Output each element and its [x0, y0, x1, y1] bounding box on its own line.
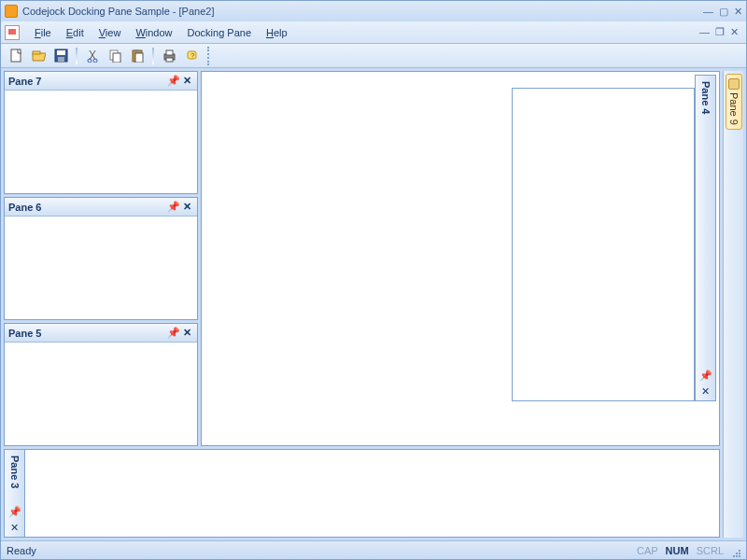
close-icon[interactable]: ✕: [180, 201, 193, 214]
toolbar-separator: [76, 48, 78, 64]
bottom-dock-row: Pane 3 📌 ✕: [4, 449, 720, 538]
svg-rect-11: [134, 49, 139, 52]
svg-rect-13: [166, 50, 173, 55]
close-icon[interactable]: ✕: [180, 327, 193, 340]
paste-button[interactable]: [128, 47, 147, 65]
pin-icon[interactable]: 📌: [8, 505, 21, 518]
mdi-close-button[interactable]: ✕: [730, 26, 739, 38]
toolbar-separator: [152, 48, 154, 64]
autohide-tab-label: Pane 9: [728, 92, 740, 125]
pin-icon[interactable]: 📌: [167, 201, 180, 214]
close-icon[interactable]: ✕: [699, 385, 712, 398]
menu-edit[interactable]: Edit: [59, 24, 92, 41]
left-dock-column: Pane 7 📌 ✕ Pane 6 📌 ✕ Pa: [4, 71, 198, 446]
close-icon[interactable]: ✕: [180, 75, 193, 88]
menu-window[interactable]: Window: [128, 24, 179, 41]
copy-button[interactable]: [106, 47, 124, 65]
open-button[interactable]: [29, 47, 48, 65]
app-icon: [5, 5, 18, 18]
close-icon[interactable]: ✕: [8, 521, 21, 534]
pane-5-body: [5, 343, 197, 445]
pin-icon[interactable]: 📌: [699, 369, 712, 382]
pane-7: Pane 7 📌 ✕: [4, 71, 198, 194]
menu-file[interactable]: File: [27, 24, 59, 41]
pane-4-header: Pane 4 📌 ✕: [695, 75, 716, 401]
svg-rect-10: [135, 53, 143, 63]
window-title: Codejock Docking Pane Sample - [Pane2]: [22, 6, 703, 17]
pane-5: Pane 5 📌 ✕: [4, 323, 198, 446]
maximize-button[interactable]: ▢: [719, 6, 728, 18]
scroll-indicator: SCRL: [693, 545, 727, 556]
mdi-restore-button[interactable]: ❐: [715, 26, 725, 38]
pane-6-title: Pane 6: [8, 202, 167, 213]
autohide-tab-pane-9[interactable]: Pane 9: [726, 74, 742, 130]
svg-rect-0: [11, 49, 21, 62]
pane-7-body: [5, 91, 197, 193]
caps-indicator: CAP: [633, 545, 662, 556]
pin-icon[interactable]: 📌: [167, 75, 180, 88]
menu-help[interactable]: Help: [259, 24, 295, 41]
new-button[interactable]: [7, 47, 25, 65]
menu-bar: File Edit View Window Docking Pane Help …: [1, 21, 746, 44]
pane-icon: [728, 78, 740, 90]
svg-rect-3: [57, 50, 65, 55]
title-bar: Codejock Docking Pane Sample - [Pane2] —…: [1, 1, 746, 21]
pane-7-title: Pane 7: [8, 76, 167, 87]
num-indicator: NUM: [662, 545, 693, 556]
document-icon[interactable]: [5, 25, 20, 40]
svg-rect-14: [166, 58, 173, 62]
save-button[interactable]: [51, 47, 70, 65]
svg-rect-8: [113, 53, 120, 63]
center-column: Pane 4 📌 ✕: [201, 71, 720, 446]
about-button[interactable]: ?: [182, 47, 201, 65]
workspace: Pane 7 📌 ✕ Pane 6 📌 ✕ Pa: [1, 68, 746, 540]
pane-6-body: [5, 217, 197, 319]
print-button[interactable]: [160, 47, 178, 65]
pin-icon[interactable]: 📌: [167, 327, 180, 340]
status-bar: Ready CAP NUM SCRL: [1, 540, 746, 559]
pane-3-body: [25, 449, 720, 538]
close-button[interactable]: ✕: [734, 6, 742, 18]
mdi-minimize-button[interactable]: —: [699, 26, 710, 38]
toolbar: ?: [1, 44, 746, 68]
right-autohide-strip: Pane 9: [723, 71, 743, 538]
pane-4-body: [512, 88, 695, 401]
status-text: Ready: [7, 545, 633, 556]
pane-5-title: Pane 5: [8, 328, 167, 339]
svg-text:?: ?: [190, 51, 195, 60]
minimize-button[interactable]: —: [703, 6, 713, 18]
toolbar-dropdown-icon[interactable]: [207, 47, 213, 65]
svg-rect-4: [58, 57, 64, 62]
svg-rect-1: [33, 51, 40, 54]
menu-view[interactable]: View: [92, 24, 129, 41]
pane-4-title: Pane 4: [698, 76, 714, 369]
pane-3-header: Pane 3 📌 ✕: [4, 449, 25, 538]
menu-docking-pane[interactable]: Docking Pane: [180, 24, 260, 41]
pane-6: Pane 6 📌 ✕: [4, 197, 198, 320]
cut-button[interactable]: [83, 47, 102, 65]
document-area[interactable]: Pane 4 📌 ✕: [201, 71, 720, 446]
resize-grip-icon[interactable]: [727, 544, 740, 557]
pane-3-title: Pane 3: [7, 450, 23, 505]
